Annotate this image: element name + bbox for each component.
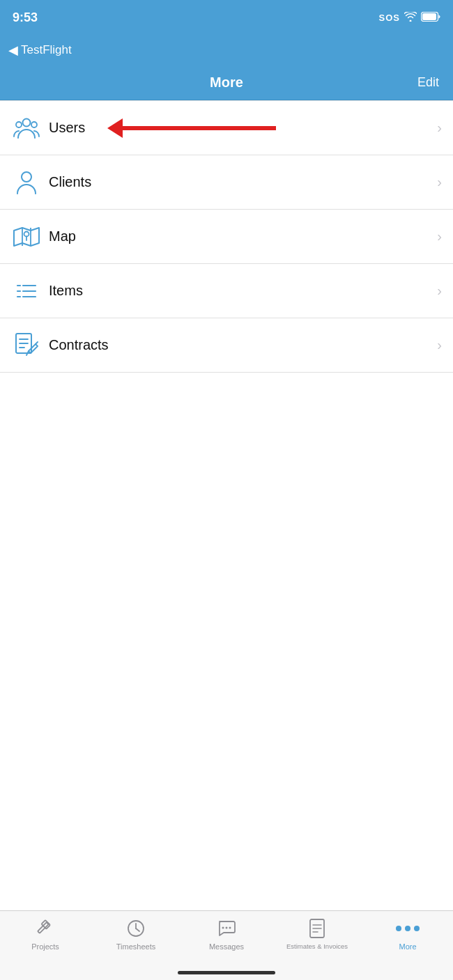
menu-item-contracts[interactable]: Contracts › (0, 318, 453, 373)
svg-point-2 (23, 118, 31, 126)
menu-item-users[interactable]: Users › (0, 101, 453, 155)
battery-icon (421, 12, 440, 24)
menu-item-map[interactable]: Map › (0, 210, 453, 264)
tab-label-projects: Projects (31, 942, 59, 951)
tab-item-estimates[interactable]: Estimates & Invoices (272, 918, 362, 950)
hammer-icon (35, 918, 56, 939)
tab-item-more[interactable]: More (362, 918, 453, 951)
svg-point-5 (22, 172, 31, 182)
arrow-annotation (108, 118, 276, 138)
tab-label-more: More (399, 942, 416, 951)
map-icon (11, 225, 42, 249)
tab-item-messages[interactable]: Messages (181, 918, 272, 951)
chevron-right-icon: › (437, 283, 442, 299)
chevron-right-icon: › (437, 228, 442, 244)
clients-icon (11, 170, 42, 195)
tab-item-projects[interactable]: Projects (0, 918, 91, 951)
nav-bar: More Edit (0, 65, 453, 100)
messages-icon (216, 918, 237, 939)
tab-item-timesheets[interactable]: Timesheets (91, 918, 181, 951)
menu-item-items[interactable]: Items › (0, 264, 453, 318)
svg-rect-22 (41, 920, 50, 929)
dot-2 (405, 926, 410, 931)
svg-point-7 (24, 231, 29, 236)
status-icons: SOS (379, 12, 440, 24)
menu-label-contracts: Contracts (49, 337, 437, 353)
more-dots-icon (396, 918, 420, 939)
status-bar: 9:53 SOS (0, 0, 453, 35)
nav-title: More (49, 75, 404, 91)
home-indicator (178, 971, 275, 974)
clock-icon (125, 918, 146, 939)
menu-item-clients[interactable]: Clients › (0, 155, 453, 210)
chevron-right-icon: › (437, 174, 442, 190)
contracts-icon (11, 333, 42, 358)
items-icon (11, 281, 42, 302)
dot-1 (396, 926, 401, 931)
dot-3 (414, 926, 420, 931)
users-icon (11, 117, 42, 139)
svg-point-3 (16, 122, 22, 127)
menu-label-items: Items (49, 283, 437, 299)
back-label-text: TestFlight (21, 43, 72, 57)
tab-bar: Projects Timesheets Messages (0, 910, 453, 980)
status-time: 9:53 (13, 10, 38, 25)
menu-label-map: Map (49, 228, 437, 244)
svg-line-20 (36, 342, 38, 344)
svg-point-26 (222, 927, 224, 929)
menu-label-clients: Clients (49, 174, 437, 190)
menu-list: Users › Clients › (0, 100, 453, 373)
back-bar: ◀ TestFlight (0, 35, 453, 65)
arrow-head (107, 118, 123, 138)
tab-label-estimates: Estimates & Invoices (286, 942, 348, 950)
tab-label-messages: Messages (209, 942, 244, 951)
svg-rect-1 (422, 13, 436, 20)
back-chevron-icon: ◀ (8, 42, 18, 58)
chevron-right-icon: › (437, 337, 442, 353)
wifi-icon (404, 12, 417, 24)
tab-label-timesheets: Timesheets (116, 942, 155, 951)
svg-point-4 (31, 122, 37, 127)
chevron-right-icon: › (437, 120, 442, 136)
edit-button[interactable]: Edit (404, 75, 439, 90)
svg-line-25 (136, 928, 139, 931)
document-icon (307, 918, 328, 939)
svg-point-28 (229, 927, 231, 929)
svg-point-27 (226, 927, 228, 929)
arrow-line (123, 126, 276, 130)
sos-label: SOS (379, 13, 400, 23)
back-button[interactable]: ◀ TestFlight (8, 42, 72, 58)
